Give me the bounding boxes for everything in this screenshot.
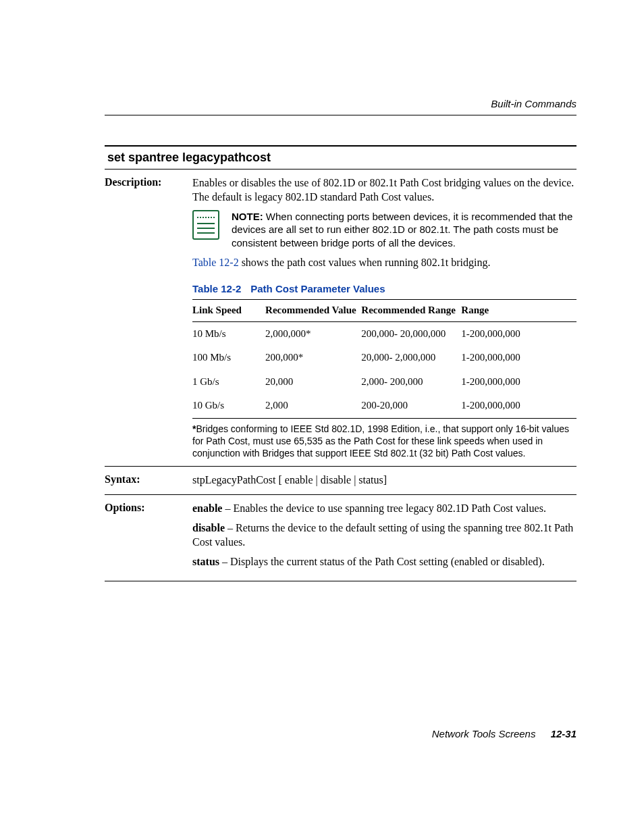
- option-enable-keyword: enable: [192, 502, 222, 514]
- description-row: Description: Enables or disables the use…: [105, 176, 576, 459]
- cell-link-speed: 1 Gb/s: [192, 370, 265, 394]
- option-disable: disable – Returns the device to the defa…: [192, 521, 576, 550]
- cell-rec-range: 200-20,000: [361, 394, 461, 418]
- table-reference-line: Table 12-2 shows the path cost values wh…: [192, 256, 576, 270]
- note-label: NOTE:: [232, 211, 263, 222]
- syntax-content: stpLegacyPathCost [ enable | disable | s…: [192, 473, 576, 488]
- table-row: 10 Gb/s 2,000 200-20,000 1-200,000,000: [192, 394, 576, 418]
- table-header-row: Link Speed Recommended Value Recommended…: [192, 300, 576, 322]
- table-row: 10 Mb/s 2,000,000* 200,000- 20,000,000 1…: [192, 321, 576, 346]
- table-ref-link[interactable]: Table 12-2: [192, 257, 239, 268]
- table-ref-rest: shows the path cost values when running …: [239, 257, 491, 268]
- th-link-speed: Link Speed: [192, 300, 265, 322]
- th-recommended-value: Recommended Value: [265, 300, 361, 322]
- note-body: When connecting ports between devices, i…: [232, 211, 572, 249]
- footer-title: Network Tools Screens: [432, 728, 536, 739]
- note-icon: [192, 210, 219, 240]
- option-enable: enable – Enables the device to use spann…: [192, 502, 576, 516]
- description-text: Enables or disables the use of 802.1D or…: [192, 176, 576, 205]
- th-recommended-range: Recommended Range: [361, 300, 461, 322]
- option-disable-text: – Returns the device to the default sett…: [192, 522, 573, 548]
- section-rule-bottom: [105, 169, 576, 170]
- syntax-label: Syntax:: [105, 473, 192, 486]
- section: set spantree legacypathcost Description:…: [105, 145, 576, 581]
- footer-page-number: 12-31: [551, 728, 576, 739]
- table-row: 1 Gb/s 20,000 2,000- 200,000 1-200,000,0…: [192, 370, 576, 394]
- cell-rec-range: 2,000- 200,000: [361, 370, 461, 394]
- table-caption: Table 12-2Path Cost Parameter Values: [192, 282, 576, 296]
- option-enable-text: – Enables the device to use spanning tre…: [222, 502, 545, 514]
- section-end-rule: [105, 581, 576, 581]
- page: Built-in Commands set spantree legacypat…: [0, 0, 644, 834]
- divider-rule: [105, 466, 576, 467]
- options-row: Options: enable – Enables the device to …: [105, 502, 576, 574]
- page-footer: Network Tools Screens 12-31: [432, 728, 576, 739]
- option-status: status – Displays the current status of …: [192, 555, 576, 569]
- cell-rec-range: 200,000- 20,000,000: [361, 321, 461, 346]
- section-title: set spantree legacypathcost: [105, 147, 576, 169]
- option-status-keyword: status: [192, 556, 219, 567]
- table-caption-title: Path Cost Parameter Values: [250, 283, 385, 294]
- cell-rec-range: 20,000- 2,000,000: [361, 346, 461, 370]
- option-status-text: – Displays the current status of the Pat…: [219, 556, 545, 567]
- cell-range: 1-200,000,000: [461, 394, 576, 418]
- options-content: enable – Enables the device to use spann…: [192, 502, 576, 574]
- note-block: NOTE: When connecting ports between devi…: [192, 210, 576, 250]
- cell-range: 1-200,000,000: [461, 321, 576, 346]
- description-label: Description:: [105, 176, 192, 188]
- table-row: 100 Mb/s 200,000* 20,000- 2,000,000 1-20…: [192, 346, 576, 370]
- cell-range: 1-200,000,000: [461, 346, 576, 370]
- cell-link-speed: 100 Mb/s: [192, 346, 265, 370]
- note-text: NOTE: When connecting ports between devi…: [232, 210, 576, 250]
- cell-rec-value: 200,000*: [265, 346, 361, 370]
- divider-rule: [105, 494, 576, 495]
- syntax-row: Syntax: stpLegacyPathCost [ enable | dis…: [105, 473, 576, 488]
- footnote-text: Bridges conforming to IEEE Std 802.1D, 1…: [192, 423, 569, 459]
- table-caption-number: Table 12-2: [192, 283, 241, 294]
- cell-link-speed: 10 Gb/s: [192, 394, 265, 418]
- cell-rec-value: 2,000,000*: [265, 321, 361, 346]
- option-disable-keyword: disable: [192, 522, 225, 533]
- cell-rec-value: 20,000: [265, 370, 361, 394]
- cell-range: 1-200,000,000: [461, 370, 576, 394]
- cell-rec-value: 2,000: [265, 394, 361, 418]
- th-range: Range: [461, 300, 576, 322]
- path-cost-table: Link Speed Recommended Value Recommended…: [192, 299, 576, 419]
- options-label: Options:: [105, 502, 192, 514]
- running-header: Built-in Commands: [491, 98, 576, 109]
- header-rule: [105, 115, 576, 115]
- cell-link-speed: 10 Mb/s: [192, 321, 265, 346]
- table-footnote: *Bridges conforming to IEEE Std 802.1D, …: [192, 423, 576, 460]
- description-content: Enables or disables the use of 802.1D or…: [192, 176, 576, 459]
